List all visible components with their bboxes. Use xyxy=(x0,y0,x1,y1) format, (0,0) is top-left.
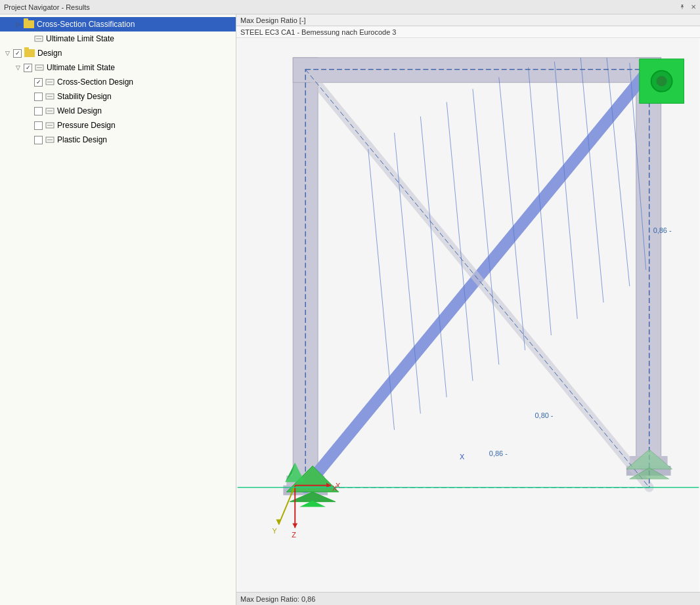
tree-item-weld-design[interactable]: Weld Design xyxy=(0,104,236,118)
viewport-footer-text: Max Design Ratio: 0,86 xyxy=(240,595,315,603)
tree-item-pressure-design[interactable]: Pressure Design xyxy=(0,118,236,133)
expand-icon xyxy=(24,121,33,130)
svg-text:X: X xyxy=(460,453,465,461)
checkbox-weld[interactable] xyxy=(34,107,43,115)
viewport-subheader: STEEL EC3 CA1 - Bemessung nach Eurocode … xyxy=(236,26,700,38)
viewport-footer: Max Design Ratio: 0,86 xyxy=(236,592,700,605)
design-icon xyxy=(45,92,55,101)
label-086-top: 0,86 - xyxy=(653,226,672,234)
expand-icon[interactable]: ▽ xyxy=(13,63,22,72)
tree-item-design[interactable]: ▽ ✓ Design xyxy=(0,46,236,60)
item-label: Stability Design xyxy=(57,92,112,101)
item-label: Design xyxy=(37,49,62,58)
svg-text:Y: Y xyxy=(272,527,277,535)
tree-item-cross-section-classification[interactable]: ▷ Cross-Section Classification xyxy=(0,17,236,31)
tree-container: ▷ Cross-Section Classification Ultimate … xyxy=(0,14,236,605)
expand-icon[interactable]: ▽ xyxy=(3,49,12,58)
tree-item-cross-section-design[interactable]: ✓ Cross-Section Design xyxy=(0,75,236,89)
design-icon xyxy=(45,135,55,144)
svg-text:Z: Z xyxy=(292,531,296,539)
design-icon xyxy=(34,34,43,43)
svg-rect-21 xyxy=(293,58,661,83)
svg-rect-15 xyxy=(293,58,318,482)
item-label: Cross-Section Design xyxy=(57,77,133,87)
design-icon xyxy=(45,106,55,115)
folder-icon xyxy=(24,20,34,28)
checkbox-plastic[interactable] xyxy=(34,136,43,144)
checkbox-csd[interactable]: ✓ xyxy=(34,78,43,87)
tree-item-stability-design[interactable]: Stability Design xyxy=(0,89,236,104)
item-label: Weld Design xyxy=(57,106,102,115)
viewport-subheader-text: STEEL EC3 CA1 - Bemessung nach Eurocode … xyxy=(240,28,396,36)
item-label: Cross-Section Classification xyxy=(37,20,135,29)
design-icon xyxy=(35,63,44,72)
design-icon xyxy=(45,121,55,130)
expand-icon xyxy=(24,92,33,101)
tree-item-uls-1[interactable]: Ultimate Limit State xyxy=(0,31,236,46)
tree-item-uls-2[interactable]: ▽ ✓ Ultimate Limit State xyxy=(0,60,236,75)
checkbox-pressure[interactable] xyxy=(34,121,43,130)
expand-icon xyxy=(24,106,33,115)
label-086-bottom: 0,86 - xyxy=(489,449,508,457)
pin-icon[interactable]: 🖈 xyxy=(679,3,686,10)
right-panel: Max Design Ratio [-] STEEL EC3 CA1 - Bem… xyxy=(236,14,700,605)
3d-scene[interactable]: X Y Z 0,86 - 0,80 - xyxy=(236,38,700,592)
viewport-header-text: Max Design Ratio [-] xyxy=(240,16,306,24)
checkbox-uls[interactable]: ✓ xyxy=(24,64,32,72)
checkbox-design[interactable]: ✓ xyxy=(13,49,22,58)
expand-icon xyxy=(24,135,33,144)
left-panel: ▷ Cross-Section Classification Ultimate … xyxy=(0,14,236,605)
item-label: Plastic Design xyxy=(57,135,107,144)
svg-text:X: X xyxy=(332,484,338,492)
expand-icon xyxy=(24,77,33,87)
design-icon xyxy=(45,77,55,87)
viewport-header: Max Design Ratio [-] xyxy=(236,14,700,26)
panel-title: Project Navigator - Results xyxy=(4,3,90,11)
expand-icon xyxy=(24,34,33,43)
panel-title-icons: 🖈 ✕ xyxy=(679,3,696,10)
expand-icon[interactable]: ▷ xyxy=(13,20,22,29)
svg-rect-18 xyxy=(636,58,661,463)
item-label: Ultimate Limit State xyxy=(46,34,114,43)
item-label: Ultimate Limit State xyxy=(47,63,115,72)
tree-item-plastic-design[interactable]: Plastic Design xyxy=(0,133,236,147)
item-label: Pressure Design xyxy=(57,121,116,130)
folder-icon xyxy=(24,49,35,57)
close-icon[interactable]: ✕ xyxy=(691,3,696,10)
panel-title-bar: Project Navigator - Results 🖈 ✕ xyxy=(0,0,700,14)
checkbox-stability[interactable] xyxy=(34,93,43,101)
svg-point-39 xyxy=(657,76,667,87)
label-080: 0,80 - xyxy=(535,411,554,419)
